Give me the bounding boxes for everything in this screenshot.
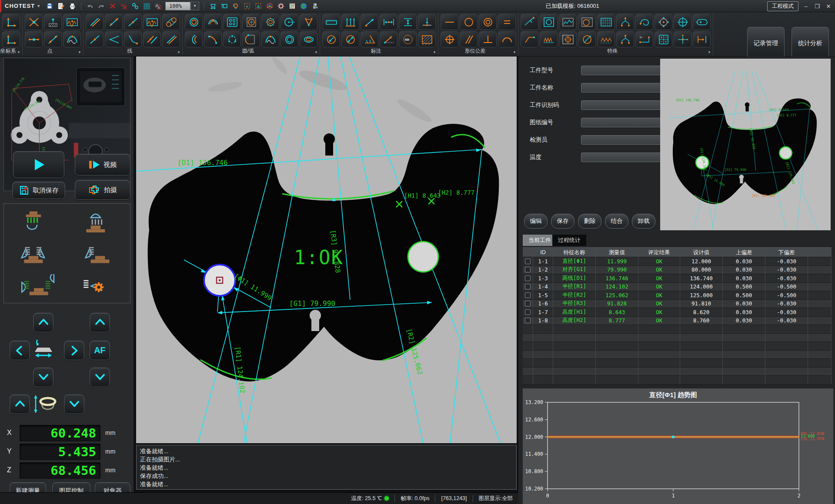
spring-icon[interactable] bbox=[540, 31, 558, 47]
table-row[interactable]: 1-5半径[R2]125.062OK125.0000.500-0.500 bbox=[523, 291, 832, 300]
boxarc-icon[interactable] bbox=[242, 31, 260, 47]
measurement-view[interactable]: [D1] 136.746 [H1] 8.643 [H2] 8.777 1:OK … bbox=[136, 56, 517, 443]
save-button[interactable]: 保存 bbox=[551, 214, 574, 229]
row-checkbox[interactable] bbox=[525, 259, 531, 264]
tperp-icon[interactable] bbox=[479, 31, 497, 47]
form-input[interactable] bbox=[581, 66, 661, 75]
z-up-button[interactable] bbox=[10, 395, 30, 414]
autofocus-button[interactable]: AF bbox=[90, 341, 110, 360]
link-select-icon[interactable] bbox=[130, 1, 140, 11]
axis-icon[interactable] bbox=[2, 14, 20, 30]
crossx-icon[interactable] bbox=[25, 14, 43, 30]
table-row[interactable]: 1-1直径[Φ1]11.999OK12.0000.030-0.030 bbox=[523, 257, 832, 266]
overview-thumbnail[interactable]: [D1] 136.746 [H1] 8.643 [H2] 8.777 [R3] … bbox=[660, 59, 831, 230]
engineering-mode-button[interactable]: 工程模式 bbox=[767, 1, 798, 11]
gridbox-icon[interactable] bbox=[597, 14, 615, 30]
column-header[interactable]: 测量值 bbox=[596, 248, 638, 257]
vcone-icon[interactable] bbox=[300, 14, 317, 30]
pill-icon[interactable] bbox=[693, 14, 711, 30]
column-header[interactable]: ID bbox=[533, 248, 553, 257]
cornerl-icon[interactable] bbox=[521, 31, 538, 47]
delete-icon[interactable] bbox=[107, 1, 118, 11]
delete-all-icon[interactable]: ALL bbox=[119, 1, 129, 11]
circ2line-icon[interactable] bbox=[162, 14, 180, 30]
cancel-save-button[interactable]: 取消保存 bbox=[12, 182, 65, 199]
ruler-icon[interactable] bbox=[322, 14, 340, 30]
maximize-button[interactable]: ❒ bbox=[813, 3, 821, 10]
calcbox-icon[interactable] bbox=[655, 31, 672, 47]
swirl-icon[interactable] bbox=[635, 14, 653, 30]
undo-icon[interactable] bbox=[85, 1, 95, 11]
table-empty-row[interactable] bbox=[523, 342, 832, 351]
save-icon[interactable] bbox=[44, 1, 55, 11]
side-lights-button[interactable] bbox=[4, 237, 67, 270]
table-empty-row[interactable] bbox=[523, 351, 832, 359]
circdl-icon[interactable] bbox=[322, 31, 340, 47]
minimize-button[interactable]: – bbox=[802, 3, 810, 10]
measurement-table[interactable]: ID特征名称测量值评定结果设计值上偏差下偏差1-1直径[Φ1]11.999OK1… bbox=[523, 247, 832, 383]
dome-icon[interactable] bbox=[261, 31, 279, 47]
circdiag-icon[interactable] bbox=[341, 31, 359, 47]
group-dropdown-icon[interactable]: ▼ bbox=[433, 50, 436, 54]
row-checkbox[interactable] bbox=[525, 318, 531, 323]
gear-icon[interactable] bbox=[276, 1, 286, 11]
crossdots-icon[interactable] bbox=[674, 31, 691, 47]
zoom-dropdown-icon[interactable]: ▼ bbox=[190, 2, 199, 10]
chartbox-icon[interactable] bbox=[559, 14, 577, 30]
dome-icon[interactable] bbox=[63, 31, 81, 47]
tpar2-icon[interactable] bbox=[498, 14, 516, 30]
run-measure-button[interactable] bbox=[13, 151, 64, 178]
close-button[interactable]: ✕ bbox=[825, 3, 832, 10]
grid-dots-icon[interactable] bbox=[141, 1, 152, 11]
oring-icon[interactable] bbox=[281, 31, 298, 47]
dimv-icon[interactable] bbox=[399, 14, 417, 30]
focus-up-button[interactable] bbox=[90, 313, 110, 332]
tline-icon[interactable] bbox=[441, 14, 458, 30]
dots4-icon[interactable] bbox=[223, 14, 241, 30]
table-empty-row[interactable] bbox=[523, 376, 832, 385]
perpline-icon[interactable] bbox=[124, 31, 142, 47]
boxcircle-icon[interactable] bbox=[242, 14, 260, 30]
diagpts-icon[interactable] bbox=[105, 14, 123, 30]
stage-down-button[interactable] bbox=[33, 368, 53, 387]
tcirc-icon[interactable] bbox=[460, 14, 478, 30]
table-row[interactable]: 1-2对齐[G1]79.990OK80.0000.030-0.030 bbox=[523, 266, 832, 275]
group-dropdown-icon[interactable]: ▼ bbox=[177, 50, 180, 54]
redo-icon[interactable] bbox=[96, 1, 107, 11]
arctop-icon[interactable] bbox=[204, 14, 222, 30]
stage-right-button[interactable] bbox=[64, 341, 84, 360]
table-row[interactable]: 1-3两线[D1]136.746OK136.7400.030-0.030 bbox=[523, 274, 832, 283]
row-checkbox[interactable] bbox=[525, 301, 531, 306]
stage-left-button[interactable] bbox=[10, 341, 30, 360]
light-settings-button[interactable] bbox=[67, 270, 130, 303]
column-header[interactable]: 特征名称 bbox=[553, 248, 596, 257]
dline-icon[interactable] bbox=[162, 31, 180, 47]
mark-tool2-icon[interactable] bbox=[253, 1, 264, 11]
row-checkbox[interactable] bbox=[525, 275, 531, 281]
diagpts-icon[interactable] bbox=[44, 31, 62, 47]
targdots-icon[interactable] bbox=[655, 14, 672, 30]
message-log[interactable]: 准备就绪...正在拍摄图片...准备就绪...保存成功...准备就绪... bbox=[136, 445, 517, 490]
tslash-icon[interactable] bbox=[460, 31, 478, 47]
table-row[interactable]: 1-8高度[H2]8.777OK8.7600.030-0.030 bbox=[523, 317, 832, 325]
stage-size-icon[interactable] bbox=[208, 1, 218, 11]
group-dropdown-icon[interactable]: ▼ bbox=[78, 50, 81, 54]
dimdiag-icon[interactable] bbox=[361, 14, 378, 30]
tab-current-workpiece[interactable]: 当前工件 bbox=[523, 235, 557, 246]
sline-icon[interactable] bbox=[124, 14, 142, 30]
form-input[interactable] bbox=[581, 153, 661, 162]
video-button[interactable]: 视频 bbox=[75, 154, 130, 176]
gearbox-icon[interactable] bbox=[559, 31, 577, 47]
tpos-icon[interactable] bbox=[441, 31, 458, 47]
record-management-button[interactable]: 记录管理 bbox=[747, 27, 785, 60]
aaa-icon[interactable] bbox=[597, 31, 615, 47]
form-input[interactable] bbox=[581, 118, 661, 127]
needle-icon[interactable] bbox=[521, 14, 538, 30]
dline-icon[interactable] bbox=[86, 14, 104, 30]
focus-down-button[interactable] bbox=[90, 368, 110, 387]
print-icon[interactable] bbox=[67, 1, 77, 11]
cube-icon[interactable] bbox=[264, 1, 275, 11]
table-empty-row[interactable] bbox=[523, 359, 832, 368]
tarc-icon[interactable] bbox=[498, 31, 516, 47]
app-logo[interactable]: CHOTEST bbox=[5, 3, 35, 9]
